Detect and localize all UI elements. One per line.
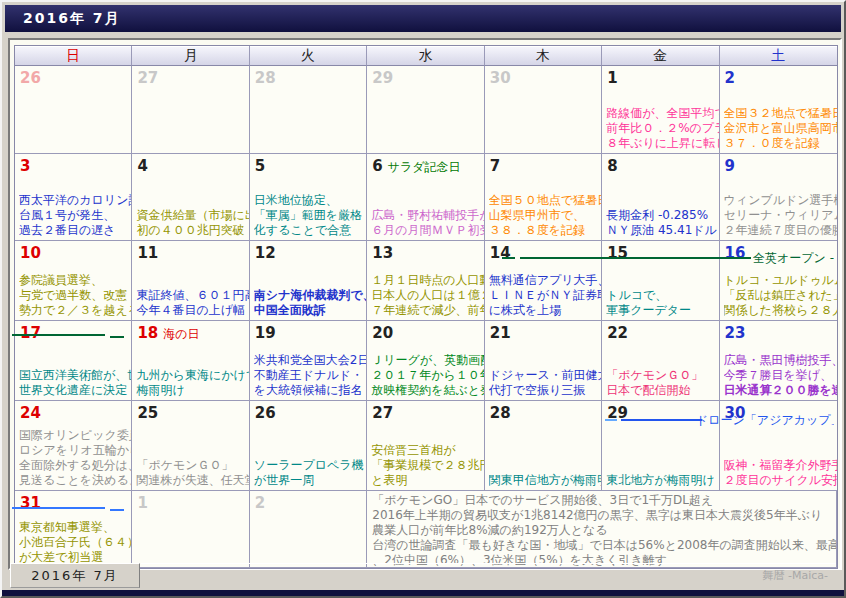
day-header: 26 [250,401,366,422]
day-header: 28 [250,66,366,87]
event-text: ウィンブルドン選手権 [724,193,837,208]
date-number: 27 [137,69,158,87]
day-cell-27-w0[interactable]: 27 [132,66,249,154]
event-text: 日本で配信開始 [606,383,718,398]
day-cell-4-w1[interactable]: 4資金供給量（市場に出初の４００兆円突破 [132,154,249,241]
event-list: Ｊリーグが、英動画配２０１７年から１０年放映権契約を結ぶと発 [367,353,483,400]
event-list: 東証終値、６０１円高今年４番目の上げ幅 [132,288,248,320]
day-cell-11-w2[interactable]: 11東証終値、６０１円高今年４番目の上げ幅 [132,241,249,321]
day-cell-6-w1[interactable]: 6サラダ記念日広島・野村祐輔投手が６月の月間ＭＶＰ初受 [367,154,484,241]
day-cell-21-w3[interactable]: 21ドジャース・前田健太代打で空振り三振 [485,321,602,401]
day-cell-8-w1[interactable]: 8長期金利 -0.285%ＮＹ原油 45.41ドル [602,154,719,241]
holiday-label: 海の日 [163,327,199,341]
day-cell-3-w1[interactable]: 3西太平洋のカロリン諸台風１号が発生、過去２番目の遅さ [15,154,132,241]
day-cell-19-w3[interactable]: 19米共和党全国大会2日不動産王ドナルド・トを大統領候補に指名 [250,321,367,401]
day-header: 19 [250,321,366,342]
day-cell-24-w4[interactable]: 24国際オリンピック委員ロシアをリオ五輪から全面除外する処分は、見送ることを決め… [15,401,132,491]
event-list: 無料通信アプリ大手、ＬＩＮＥがＮＹ証券取に株式を上場 [485,273,601,320]
date-number: 5 [255,157,265,175]
date-number: 8 [607,157,617,175]
day-cell-22-w3[interactable]: 22「ポケモンＧＯ」日本で配信開始 [602,321,719,401]
day-header: 11 [132,241,248,262]
weekday-header-木: 木 [485,46,602,66]
weekday-header-水: 水 [367,46,484,66]
event-text: 九州から東海にかけて [136,368,248,383]
date-number: 28 [490,404,511,422]
title-bar: 2016年 7月 [5,5,841,32]
date-number: 28 [255,69,276,87]
month-notes-cell[interactable]: 「ポケモンGO」日本でのサービス開始後、3日で1千万DL超え2016年上半期の貿… [367,491,837,568]
event-text: 無料通信アプリ大手、 [489,273,601,288]
day-cell-2-w5[interactable]: 2 [250,491,367,568]
event-text: 東北地方が梅雨明け [606,473,718,488]
note-line: 農業人口が前年比8%減の約192万人となる [372,523,836,538]
calendar-grid: 日月火水木金土26272829301路線価が、全国平均で前年比０．２%のプラ８年… [14,45,838,569]
day-header: 28 [485,401,601,422]
weekday-label: 火 [301,47,315,63]
day-cell-27-w4[interactable]: 27安倍晋三首相が「事業規模で２８兆円と表明 [367,401,484,491]
day-cell-14-w2[interactable]: 14無料通信アプリ大手、ＬＩＮＥがＮＹ証券取に株式を上場 [485,241,602,321]
day-cell-1-w5[interactable]: 1 [132,491,249,568]
event-text: 金沢市と富山県高岡市 [724,121,837,136]
day-cell-25-w4[interactable]: 25「ポケモンＧＯ」関連株が失速、任天堂 [132,401,249,491]
event-text: Ｊリーグが、英動画配 [371,353,483,368]
event-list: 参院議員選挙、与党で過半数、改憲勢力で２／３を越える [15,273,131,320]
day-cell-12-w2[interactable]: 12南シナ海仲裁裁判で、中国全面敗訴 [250,241,367,321]
event-text: 山梨県甲州市で、 [489,208,601,223]
event-list: 関東甲信地方が梅雨明 [485,473,601,490]
day-header: 24 [15,401,131,422]
weekday-label: 金 [653,47,667,63]
day-cell-2-w0[interactable]: 2全国３２地点で猛暑日金沢市と富山県高岡市３７．０度を記録 [720,66,837,154]
day-cell-1-w0[interactable]: 1路線価が、全国平均で前年比０．２%のプラ８年ぶりに上昇に転じ [602,66,719,154]
date-number: 26 [20,69,41,87]
day-header: 25 [132,401,248,422]
event-text: トルコ・ユルドゥルム [724,273,837,288]
weekday-header-火: 火 [250,46,367,66]
date-number: 24 [20,404,41,422]
day-cell-13-w2[interactable]: 13１月１日時点の人口動日本人の人口は１億２７年連続で減少、前年 [367,241,484,321]
day-cell-9-w1[interactable]: 9ウィンブルドン選手権セリーナ・ウィリアム２年連続７度目の優勝 [720,154,837,241]
day-header: 1 [132,491,248,512]
event-text: 関東甲信地方が梅雨明 [489,473,601,488]
event-text: 「ポケモンＧＯ」 [136,458,248,473]
date-number: 1 [607,69,617,87]
day-cell-10-w2[interactable]: 10参院議員選挙、与党で過半数、改憲勢力で２／３を越える [15,241,132,321]
day-cell-26-w4[interactable]: 26ソーラープロペラ機が世界一周 [250,401,367,491]
weekday-header-土: 土 [720,46,837,66]
day-cell-20-w3[interactable]: 20Ｊリーグが、英動画配２０１７年から１０年放映権契約を結ぶと発 [367,321,484,401]
event-text: 初の４００兆円突破 [136,223,248,238]
day-header: 12 [250,241,366,262]
day-cell-15-w2[interactable]: 15トルコで、軍事クーデター [602,241,719,321]
event-list: 全国３２地点で猛暑日金沢市と富山県高岡市３７．０度を記録 [720,106,837,153]
day-cell-5-w1[interactable]: 5日米地位協定、「軍属」範囲を厳格化することで合意 [250,154,367,241]
tab-current-month[interactable]: 2016年 7月 [10,563,140,588]
date-number: 26 [255,404,276,422]
event-text: 「反乱は鎮圧された」 [724,288,837,303]
event-list: 「ポケモンＧＯ」日本で配信開始 [602,368,718,400]
weekday-header-月: 月 [132,46,249,66]
day-cell-7-w1[interactable]: 7全国５０地点で猛暑日山梨県甲州市で、３８．８度を記録 [485,154,602,241]
day-cell-30-w0[interactable]: 30 [485,66,602,154]
day-cell-18-w3[interactable]: 18海の日九州から東海にかけて梅雨明け [132,321,249,401]
day-cell-23-w3[interactable]: 23広島・黒田博樹投手、今季７勝目を挙げ、日米通算２００勝を達 [720,321,837,401]
day-cell-28-w0[interactable]: 28 [250,66,367,154]
day-cell-28-w4[interactable]: 28関東甲信地方が梅雨明 [485,401,602,491]
event-list: トルコで、軍事クーデター [602,288,718,320]
event-text: が世界一周 [254,473,366,488]
day-header: 23 [720,321,837,342]
day-header: 8 [602,154,718,175]
event-bar-segment [12,507,105,509]
event-text: 中国全面敗訴 [254,303,366,318]
day-header: 2 [250,491,366,512]
weekday-header-金: 金 [602,46,719,66]
day-cell-29-w0[interactable]: 29 [367,66,484,154]
day-cell-17-w3[interactable]: 17国立西洋美術館が、世世界文化遺産に決定 [15,321,132,401]
day-header: 2 [720,66,837,87]
day-cell-31-w5[interactable]: 31東京都知事選挙、小池百合子氏（６４）が大差で初当選 [15,491,132,568]
event-text: 全国５０地点で猛暑日 [489,193,601,208]
event-list: 南シナ海仲裁裁判で、中国全面敗訴 [250,288,366,320]
day-cell-26-w0[interactable]: 26 [15,66,132,154]
date-number: 3 [20,157,30,175]
event-text: 台風１号が発生、 [19,208,131,223]
weekday-label: 水 [418,47,432,63]
